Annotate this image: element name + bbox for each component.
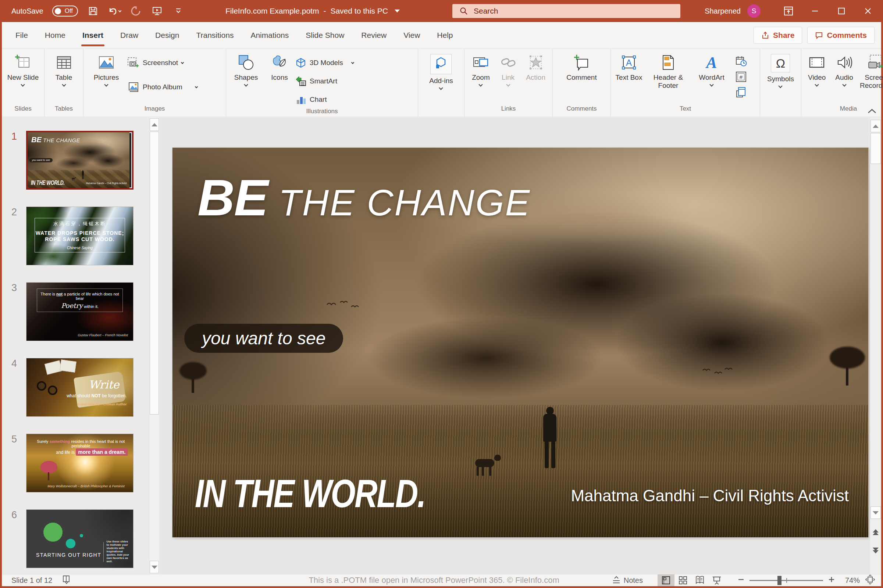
minimize-button[interactable] (802, 0, 828, 22)
notes-button[interactable]: Notes (612, 576, 643, 585)
slide-thumbnail-5[interactable]: Surely something resides in this heart t… (26, 434, 134, 492)
group-media: Video Audio Screen Recording Media (801, 49, 883, 117)
zoom-button[interactable]: Zoom (467, 51, 495, 105)
thumbnail-scrollbar-thumb[interactable] (150, 132, 159, 414)
slide-sorter-view-button[interactable] (674, 574, 691, 586)
customize-qat-chevron[interactable] (172, 4, 185, 18)
tab-view[interactable]: View (395, 22, 429, 48)
autosave-label: AutoSave (11, 7, 44, 15)
table-button[interactable]: Table (56, 51, 72, 105)
main-scrollbar[interactable] (870, 118, 881, 574)
tab-review[interactable]: Review (353, 22, 395, 48)
slideshow-view-button[interactable] (708, 574, 725, 586)
wordart-chevron (709, 82, 713, 86)
tab-design[interactable]: Design (147, 22, 188, 48)
save-button[interactable] (87, 4, 99, 18)
tab-file[interactable]: File (7, 22, 36, 48)
search-input[interactable]: Search (452, 4, 680, 18)
audio-button[interactable]: Audio (831, 51, 857, 105)
object-button[interactable] (734, 86, 748, 99)
previous-slide-button[interactable] (871, 529, 880, 535)
document-title[interactable]: FileInfo.com Example.potm - Saved to thi… (226, 0, 400, 22)
autosave-toggle[interactable]: Off (52, 6, 78, 16)
comments-button[interactable]: Comments (807, 27, 874, 44)
tab-help[interactable]: Help (429, 22, 461, 48)
fit-slide-to-window-button[interactable] (865, 575, 875, 586)
slide-editor[interactable]: BE THE CHANGE you want to see IN THE WOR… (173, 148, 868, 537)
slide-counter[interactable]: Slide 1 of 12 (11, 576, 52, 585)
main-scrollbar-thumb[interactable] (871, 133, 881, 164)
ribbon-display-options-button[interactable] (775, 0, 802, 22)
zoom-in-button[interactable] (828, 576, 835, 585)
quote-box: 水滴石穿，绳锯木断 WATER DROPS PIERCE STONE;ROPE … (35, 218, 125, 252)
thumbnail-scroll-down-button[interactable] (150, 561, 159, 573)
shapes-button[interactable]: Shapes (229, 51, 264, 108)
slide-thumbnail-2[interactable]: 水滴石穿，绳锯木断 WATER DROPS PIERCE STONE;ROPE … (26, 207, 134, 266)
scroll-down-button[interactable] (871, 506, 881, 519)
slide-thumbnail-3[interactable]: There is not a particle of life which do… (26, 282, 134, 341)
video-chevron (815, 82, 819, 86)
group-add-ins: Add-ins (418, 49, 465, 117)
slide-thumbnail-4[interactable]: Write what should NOT be forgotten. Isab… (26, 358, 134, 417)
link-chevron (506, 82, 510, 86)
slide-subtitle-pill[interactable]: you want to see (184, 324, 343, 353)
text-box-button[interactable]: A Text Box (613, 51, 645, 105)
slide-title[interactable]: BE THE CHANGE (197, 168, 531, 228)
add-ins-button[interactable]: Add-ins (429, 51, 453, 105)
reading-view-button[interactable] (691, 574, 708, 586)
smartart-button[interactable]: SmartArt (295, 73, 354, 89)
tree-silhouette (179, 362, 207, 393)
quote-line: what should NOT be forgotten. (66, 393, 126, 398)
tab-animations[interactable]: Animations (242, 22, 297, 48)
zoom-level[interactable]: 74% (840, 576, 860, 585)
zoom-out-button[interactable] (738, 576, 745, 585)
normal-view-button[interactable] (657, 574, 674, 586)
next-slide-button[interactable] (871, 548, 880, 554)
avatar[interactable]: S (747, 4, 761, 18)
group-label-comments: Comments (553, 105, 611, 117)
tab-transitions[interactable]: Transitions (188, 22, 242, 48)
start-slideshow-button[interactable] (151, 4, 163, 18)
notes-icon (612, 576, 621, 585)
thumbnail-scrollbar[interactable] (149, 118, 159, 574)
zoom-slider[interactable] (749, 580, 823, 581)
collapse-ribbon-button[interactable] (867, 108, 877, 116)
undo-dropdown-chevron[interactable] (118, 9, 121, 12)
slide-line2[interactable]: IN THE WORLD. (195, 470, 425, 516)
new-slide-button[interactable]: New Slide (8, 51, 39, 105)
new-comment-button[interactable]: Comment (566, 51, 597, 105)
tab-home[interactable]: Home (36, 22, 74, 48)
icons-button[interactable]: Icons (264, 51, 295, 108)
slide-number-button[interactable]: # (734, 70, 748, 83)
tab-insert[interactable]: Insert (74, 22, 112, 48)
tab-slide-show[interactable]: Slide Show (297, 22, 353, 48)
group-links: Zoom Link Action Links (465, 49, 553, 117)
pictures-button[interactable]: Pictures (86, 51, 127, 105)
thumbnail-scroll-up-button[interactable] (150, 118, 159, 131)
slide-thumbnail-6[interactable]: STARTING OUT RIGHT Use these slides to m… (26, 509, 134, 568)
symbols-button[interactable]: Ω Symbols (767, 51, 794, 105)
tab-draw[interactable]: Draw (112, 22, 147, 48)
slide-thumbnail-1[interactable]: BE THE CHANGE you want to see IN THE WOR… (26, 131, 134, 190)
zoom-slider-thumb[interactable] (778, 576, 782, 585)
close-button[interactable] (855, 0, 881, 22)
chart-button[interactable]: Chart (295, 92, 354, 108)
screenshot-button[interactable]: Screenshot (127, 55, 197, 71)
share-button[interactable]: Share (754, 27, 802, 44)
undo-button[interactable] (108, 4, 120, 18)
user-name[interactable]: Sharpened (705, 7, 741, 15)
wordart-button[interactable]: A WordArt (692, 51, 731, 105)
slide6-body: Use these slides to motivate your studen… (107, 540, 130, 563)
slide-attribution[interactable]: Mahatma Gandhi – Civil Rights Activist (571, 487, 849, 505)
video-button[interactable]: Video (803, 51, 830, 105)
quote-attribution: Mary Wollstonecraft – British Philosophe… (47, 484, 125, 488)
date-time-button[interactable] (734, 55, 748, 68)
spell-check-icon[interactable] (62, 575, 71, 586)
scroll-up-button[interactable] (871, 120, 881, 132)
header-footer-button[interactable]: Header & Footer (646, 51, 690, 105)
3d-models-button[interactable]: 3D Models (295, 55, 354, 71)
slide-number-2: 2 (2, 207, 26, 266)
maximize-button[interactable] (828, 0, 855, 22)
photo-album-button[interactable]: Photo Album (127, 79, 197, 95)
screen-recording-button[interactable]: Screen Recording (858, 51, 883, 105)
